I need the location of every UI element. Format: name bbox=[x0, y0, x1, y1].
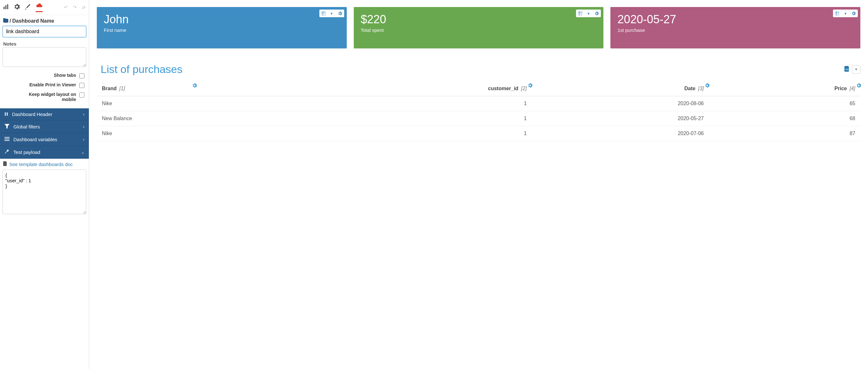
svg-rect-2 bbox=[7, 4, 8, 9]
col-date[interactable]: Date [3] bbox=[532, 81, 709, 96]
brush-icon[interactable] bbox=[25, 4, 31, 11]
kpi-label: First name bbox=[104, 27, 340, 33]
breadcrumb: / Dashboard Name bbox=[0, 15, 89, 26]
table-row[interactable]: New Balance12020-05-2768 bbox=[97, 111, 860, 126]
payload-textarea[interactable]: { "user_id" : 1 } bbox=[3, 170, 86, 214]
card-gear-icon[interactable] bbox=[336, 9, 344, 17]
redo-icon[interactable]: ↷ bbox=[73, 5, 77, 10]
cell-customerid: 1 bbox=[293, 126, 532, 141]
header-icon: H bbox=[4, 112, 8, 117]
chevron-right-icon: › bbox=[83, 112, 84, 117]
swap-icon[interactable]: ⇄ bbox=[82, 5, 86, 10]
keep-layout-label: Keep widget layout on mobile bbox=[16, 92, 76, 102]
accordion-payload[interactable]: Test payload ⌄ bbox=[0, 146, 89, 159]
col-label: Price bbox=[835, 86, 847, 91]
table-title: List of purchases bbox=[97, 63, 182, 76]
kpi-value: $220 bbox=[361, 13, 597, 26]
folder-icon[interactable] bbox=[3, 18, 8, 24]
csv-export-icon[interactable]: CSV bbox=[844, 66, 849, 73]
purchases-table: Brand [1] customer_id [2] Date [3] Price… bbox=[97, 81, 860, 141]
cell-brand: Nike bbox=[97, 126, 293, 141]
template-doc-link[interactable]: See template dashboards doc bbox=[0, 159, 89, 170]
sidebar-toolbar: ↶ ↷ ⇄ bbox=[0, 0, 89, 15]
sidebar: ↶ ↷ ⇄ / Dashboard Name Notes Show tabs E… bbox=[0, 0, 89, 369]
main: ▾ John First name ▾ $220 Total spent ▾ 2… bbox=[89, 0, 868, 369]
cell-customerid: 1 bbox=[293, 111, 532, 126]
cell-date: 2020-07-06 bbox=[532, 126, 709, 141]
keep-layout-checkbox[interactable] bbox=[79, 92, 84, 97]
kpi-card-totalspent: ▾ $220 Total spent bbox=[354, 7, 604, 49]
accordion-header[interactable]: H Dashboard Header › bbox=[0, 108, 89, 120]
col-index: [1] bbox=[119, 86, 125, 91]
col-label: Brand bbox=[102, 86, 117, 91]
svg-rect-5 bbox=[4, 140, 9, 141]
chevron-down-icon: ⌄ bbox=[81, 150, 84, 154]
svg-rect-4 bbox=[4, 139, 9, 139]
col-label: customer_id bbox=[488, 86, 518, 91]
cell-date: 2020-08-06 bbox=[532, 96, 709, 111]
card-caret-icon[interactable]: ▾ bbox=[584, 9, 593, 17]
accordion-variables[interactable]: Dashboard variables › bbox=[0, 133, 89, 146]
col-price[interactable]: Price [4] bbox=[709, 81, 860, 96]
svg-rect-9 bbox=[578, 11, 582, 15]
kpi-label: 1st purchase bbox=[617, 27, 854, 33]
gear-icon[interactable] bbox=[14, 4, 20, 11]
card-table-icon[interactable] bbox=[576, 9, 584, 17]
dashboard-name-input[interactable] bbox=[3, 26, 86, 37]
kpi-value: 2020-05-27 bbox=[617, 13, 854, 26]
svg-rect-6 bbox=[321, 11, 326, 15]
cell-price: 68 bbox=[709, 111, 860, 126]
card-caret-icon[interactable]: ▾ bbox=[841, 9, 849, 17]
cloud-icon[interactable] bbox=[36, 3, 43, 12]
breadcrumb-label: Dashboard Name bbox=[12, 18, 54, 24]
card-caret-icon[interactable]: ▾ bbox=[328, 9, 336, 17]
show-tabs-checkbox[interactable] bbox=[79, 73, 84, 78]
kpi-card-firstpurchase: ▾ 2020-05-27 1st purchase bbox=[611, 7, 860, 49]
card-table-icon[interactable] bbox=[833, 9, 841, 17]
col-index: [2] bbox=[521, 86, 527, 91]
undo-icon[interactable]: ↶ bbox=[64, 5, 68, 10]
col-gear-icon[interactable] bbox=[857, 83, 861, 89]
cell-customerid: 1 bbox=[293, 96, 532, 111]
chevron-right-icon: › bbox=[83, 137, 84, 142]
svg-rect-3 bbox=[4, 137, 9, 138]
svg-rect-12 bbox=[835, 11, 839, 15]
show-tabs-label: Show tabs bbox=[54, 73, 76, 78]
accordion-filters-label: Global filters bbox=[13, 124, 40, 130]
card-gear-icon[interactable] bbox=[593, 9, 601, 17]
kpi-label: Total spent bbox=[361, 27, 597, 33]
cell-price: 87 bbox=[709, 126, 860, 141]
col-label: Date bbox=[684, 86, 695, 91]
card-table-icon[interactable] bbox=[319, 9, 328, 17]
filter-icon bbox=[4, 124, 9, 130]
kpi-cards: ▾ John First name ▾ $220 Total spent ▾ 2… bbox=[97, 7, 860, 49]
accordion: H Dashboard Header › Global filters › Da… bbox=[0, 108, 89, 159]
enable-print-checkbox[interactable] bbox=[79, 83, 84, 88]
svg-rect-1 bbox=[5, 5, 6, 9]
chevron-right-icon: › bbox=[83, 124, 84, 129]
cell-brand: New Balance bbox=[97, 111, 293, 126]
accordion-variables-label: Dashboard variables bbox=[13, 137, 57, 142]
accordion-header-label: Dashboard Header bbox=[12, 112, 53, 117]
accordion-filters[interactable]: Global filters › bbox=[0, 120, 89, 133]
table-row[interactable]: Nike12020-08-0665 bbox=[97, 96, 860, 111]
kpi-card-firstname: ▾ John First name bbox=[97, 7, 347, 49]
svg-text:CSV: CSV bbox=[845, 68, 849, 70]
col-customerid[interactable]: customer_id [2] bbox=[293, 81, 532, 96]
template-doc-link-label: See template dashboards doc bbox=[9, 162, 72, 167]
table-header-row: Brand [1] customer_id [2] Date [3] Price… bbox=[97, 81, 860, 96]
accordion-payload-label: Test payload bbox=[13, 149, 40, 155]
table-options-dropdown[interactable]: ▾ bbox=[852, 65, 860, 74]
cell-date: 2020-05-27 bbox=[532, 111, 709, 126]
notes-textarea[interactable] bbox=[3, 47, 86, 67]
svg-rect-0 bbox=[3, 7, 4, 9]
wrench-icon bbox=[4, 149, 9, 155]
list-icon bbox=[4, 136, 9, 142]
col-gear-icon[interactable] bbox=[192, 83, 197, 89]
card-gear-icon[interactable] bbox=[849, 9, 858, 17]
table-row[interactable]: Nike12020-07-0687 bbox=[97, 126, 860, 141]
col-brand[interactable]: Brand [1] bbox=[97, 81, 293, 96]
chart-icon[interactable] bbox=[3, 4, 9, 11]
cell-brand: Nike bbox=[97, 96, 293, 111]
col-index: [3] bbox=[698, 86, 704, 91]
